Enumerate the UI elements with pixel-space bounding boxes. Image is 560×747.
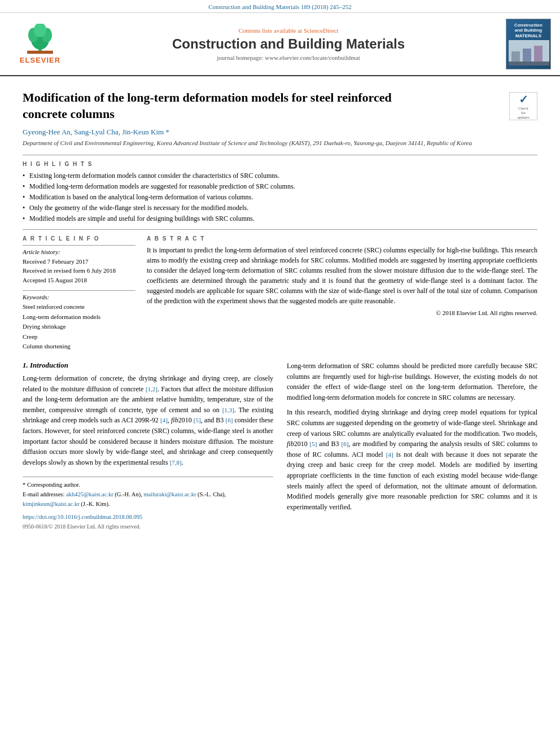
keyword-2: Long-term deformation models	[23, 312, 135, 322]
abstract-text: It is important to predict the long-term…	[147, 245, 537, 306]
keyword-5: Column shortening	[23, 342, 135, 352]
crossmark-label: Checkforupdates	[517, 106, 529, 120]
elsevier-logo: ELSEVIER	[9, 24, 71, 64]
highlight-item-5: Modified models are simple and useful fo…	[23, 213, 537, 224]
emails-label: E-mail addresses:	[23, 491, 64, 497]
ref-6b[interactable]: [6]	[342, 440, 349, 447]
journal-cover-thumbnail: Constructionand BuildingMATERIALS	[506, 19, 551, 69]
title-area: ✓ Checkforupdates Modification of the lo…	[23, 90, 537, 128]
science-direct-line: Contents lists available at ScienceDirec…	[77, 27, 500, 34]
doi-line[interactable]: https://doi.org/10.1016/j.conbuildmat.20…	[23, 513, 273, 522]
svg-rect-5	[27, 51, 53, 54]
ref-1-3[interactable]: [1,3]	[222, 407, 234, 413]
divider-1	[23, 155, 537, 155]
journal-center-info: Contents lists available at ScienceDirec…	[77, 27, 500, 61]
email-link-2[interactable]: mailuraki@kaist.ac.kr	[143, 491, 196, 497]
crossmark-icon: ✓	[519, 93, 528, 106]
ref-1-2[interactable]: [1,2]	[146, 386, 158, 392]
info-abstract-section: A R T I C L E I N F O Article history: R…	[23, 235, 537, 352]
main-content: ✓ Checkforupdates Modification of the lo…	[0, 76, 560, 540]
highlight-item-1: Existing long-term deformation models ca…	[23, 171, 537, 181]
email-name-2: (S.-L. Cha),	[198, 491, 226, 497]
svg-rect-8	[523, 49, 531, 63]
elsevier-wordmark: ELSEVIER	[20, 56, 60, 64]
highlights-list: Existing long-term deformation models ca…	[23, 171, 537, 224]
doi-link[interactable]: https://doi.org/10.1016/j.conbuildmat.20…	[23, 514, 142, 520]
journal-homepage: journal homepage: www.elsevier.com/locat…	[77, 54, 500, 61]
keyword-3: Drying shrinkage	[23, 322, 135, 332]
ref-5[interactable]: [5]	[194, 417, 201, 423]
svg-rect-7	[511, 51, 520, 63]
email-name-1: (G.-H. An),	[115, 491, 142, 497]
svg-rect-9	[534, 46, 542, 63]
highlights-label: H I G H L I G H T S	[23, 161, 537, 167]
keyword-4: Creep	[23, 332, 135, 342]
ref-4b[interactable]: [4]	[386, 451, 393, 458]
body-section: 1. Introduction Long-term deformation of…	[23, 361, 537, 531]
ref-6[interactable]: [6]	[226, 417, 233, 423]
article-info-col: A R T I C L E I N F O Article history: R…	[23, 235, 135, 352]
revised-date: Received in revised form 6 July 2018	[23, 266, 135, 276]
email-name-3: (J.-K. Kim).	[81, 501, 110, 507]
ref-4[interactable]: [4]	[160, 417, 168, 423]
email-line: E-mail addresses: akh425@kaist.ac.kr (G.…	[23, 490, 273, 509]
crossmark-badge[interactable]: ✓ Checkforupdates	[509, 92, 537, 120]
science-direct-link[interactable]: ScienceDirect	[304, 27, 339, 34]
journal-title: Construction and Building Materials	[77, 36, 500, 52]
footnote-area: * Corresponding author. E-mail addresses…	[23, 477, 273, 531]
affiliation-text: Department of Civil and Environmental En…	[23, 139, 537, 147]
highlight-item-2: Modified long-term deformation models ar…	[23, 181, 537, 191]
cover-image	[509, 40, 548, 65]
ref-7-8[interactable]: [7,8]	[170, 459, 182, 466]
abstract-col: A B S T R A C T It is important to predi…	[147, 235, 537, 352]
email-link-1[interactable]: akh425@kaist.ac.kr	[66, 491, 113, 497]
cover-title-text: Constructionand BuildingMATERIALS	[514, 23, 542, 39]
citation-text: Construction and Building Materials 189 …	[208, 3, 352, 10]
keywords-section: Keywords: Steel reinforced concrete Long…	[23, 290, 135, 352]
intro-paragraph-2: Long-term deformation of SRC columns sho…	[287, 361, 537, 403]
highlight-item-4: Only the geometry of the wide-flange ste…	[23, 203, 537, 213]
email-link-3[interactable]: kimjinkeun@kaist.ac.kr	[23, 501, 80, 507]
accepted-date: Accepted 15 August 2018	[23, 276, 135, 285]
keyword-1: Steel reinforced concrete	[23, 302, 135, 312]
authors-line: Gyeong-Hee An, Sang-Lyul Cha, Jin-Keun K…	[23, 128, 537, 137]
issn-line: 0950-0618/© 2018 Elsevier Ltd. All right…	[23, 522, 273, 531]
article-info-label: A R T I C L E I N F O	[23, 235, 135, 242]
history-title: Article history:	[23, 248, 135, 255]
received-date: Received 7 February 2017	[23, 257, 135, 267]
body-right-col: Long-term deformation of SRC columns sho…	[287, 361, 537, 531]
intro-paragraph-1: Long-term deformation of concrete, the d…	[23, 373, 273, 468]
copyright-line: © 2018 Elsevier Ltd. All rights reserved…	[147, 309, 537, 316]
intro-heading: 1. Introduction	[23, 361, 273, 370]
article-title: Modification of the long-term deformatio…	[23, 90, 429, 122]
history-section: Article history: Received 7 February 201…	[23, 245, 135, 285]
body-left-col: 1. Introduction Long-term deformation of…	[23, 361, 273, 531]
elsevier-tree-icon	[15, 24, 65, 55]
journal-header: ELSEVIER Contents lists available at Sci…	[0, 13, 560, 76]
svg-rect-10	[509, 62, 549, 65]
author-names: Gyeong-Hee An, Sang-Lyul Cha, Jin-Keun K…	[23, 128, 169, 136]
abstract-label: A B S T R A C T	[147, 235, 537, 242]
ref-5b[interactable]: [5]	[310, 440, 317, 447]
intro-paragraph-3: In this research, modified drying shrink…	[287, 407, 537, 512]
corresponding-author-note: * Corresponding author.	[23, 480, 273, 490]
citation-bar: Construction and Building Materials 189 …	[0, 0, 560, 13]
keywords-title: Keywords:	[23, 294, 135, 300]
divider-2	[23, 229, 537, 230]
highlight-item-3: Modification is based on the analytical …	[23, 192, 537, 202]
